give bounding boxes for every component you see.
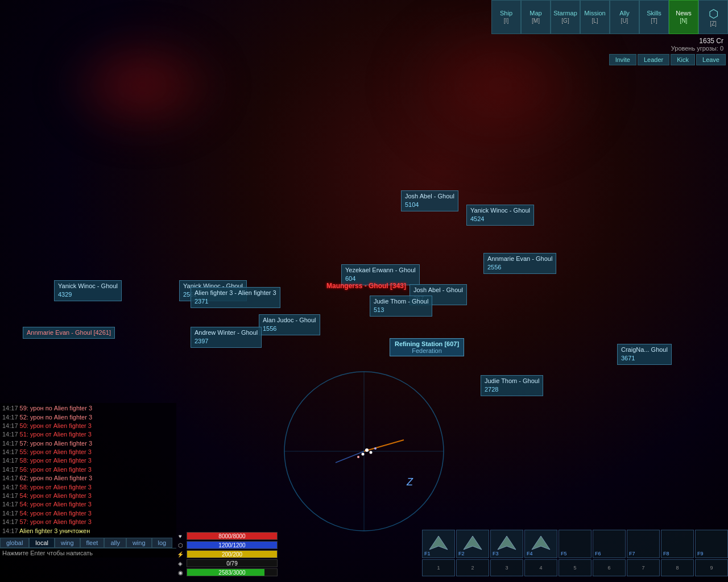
chat-tab-fleet-3[interactable]: fleet — [80, 538, 105, 548]
ship-slot-num-9[interactable]: 9 — [695, 559, 728, 576]
slot-num-label-3: 3 — [505, 565, 508, 571]
chat-time: 14:17 — [2, 448, 18, 455]
chat-line: 14:17 51: урон от Alien fighter 3 — [2, 430, 174, 439]
chat-line: 14:17 Alien fighter 3 уничтожен — [2, 527, 174, 535]
nav-btn-map[interactable]: Map[M] — [521, 0, 551, 34]
chat-text: Alien fighter 3 уничтожен — [19, 527, 90, 534]
ally-btn-kick[interactable]: Kick — [671, 54, 695, 65]
entity-label-judie-thom-2: Judie Thom - Ghoul2728 — [481, 375, 543, 396]
chat-tabs: globallocalwingfleetallywinglog — [0, 538, 172, 548]
threat-display: Уровень угрозы: 0 — [671, 45, 728, 52]
ship-slot-F7[interactable]: F7 — [627, 530, 660, 558]
chat-tab-log-6[interactable]: log — [152, 538, 173, 548]
bar-container-2: 200/200 — [187, 550, 278, 558]
chat-text: 50: урон от Alien fighter 3 — [20, 422, 92, 429]
bar-container-0: 8000/8000 — [187, 532, 278, 540]
ship-slot-F4[interactable]: F4 — [524, 530, 557, 558]
entity-label-alien-fighter-3: Alien fighter 3 - Alien fighter 32371 — [191, 287, 280, 308]
nav-btn-[interactable]: ⬡[Z] — [698, 0, 728, 34]
entity-label-annmarie-evan-2: Annmarie Evan - Ghoul [4261] — [23, 327, 115, 339]
chat-time: 14:17 — [2, 501, 18, 508]
ship-slot-F8[interactable]: F8 — [661, 530, 694, 558]
chat-tab-local-1[interactable]: local — [29, 538, 55, 548]
entity-name: Andrew Winter - Ghoul — [195, 329, 258, 337]
ship-slot-num-7[interactable]: 7 — [627, 559, 660, 576]
chat-time: 14:17 — [2, 414, 18, 421]
ship-slot-F1[interactable]: F1 — [422, 530, 455, 558]
bar-icon-0: ♥ — [176, 532, 184, 540]
ship-slot-F2[interactable]: F2 — [456, 530, 489, 558]
chat-line: 14:17 58: урон от Alien fighter 3 — [2, 456, 174, 465]
chat-tab-wing-5[interactable]: wing — [126, 538, 152, 548]
ship-slot-num-8[interactable]: 8 — [661, 559, 694, 576]
bar-container-3: 0/79 — [187, 559, 278, 567]
ship-slot-F5[interactable]: F5 — [559, 530, 592, 558]
chat-input-hint[interactable]: Нажмите Enter чтобы написать — [2, 550, 93, 556]
chat-line: 14:17 55: урон от Alien fighter 3 — [2, 448, 174, 456]
ship-slot-num-2[interactable]: 2 — [456, 559, 489, 576]
slot-key-label-F6: F6 — [595, 551, 601, 556]
chat-text: 57: урон по Alien fighter 3 — [20, 440, 92, 447]
ship-slot-num-5[interactable]: 5 — [559, 559, 592, 576]
nav-btn-ship[interactable]: Ship[I] — [491, 0, 521, 34]
entity-name: Annmarie Evan - Ghoul [4261] — [27, 329, 111, 337]
bar-icon-3: ◈ — [176, 559, 184, 567]
nav-btn-starmap[interactable]: Starmap[G] — [551, 0, 580, 34]
chat-line: 14:17 62: урон по Alien fighter 3 — [2, 474, 174, 483]
bar-icon-4: ◉ — [176, 568, 184, 576]
nav-btn-news[interactable]: News[N] — [669, 0, 698, 34]
ship-slot-F3[interactable]: F3 — [490, 530, 523, 558]
chat-line: 14:17 54: урон от Alien fighter 3 — [2, 492, 174, 500]
bar-icon-1: ⬡ — [176, 541, 184, 549]
chat-tab-ally-4[interactable]: ally — [104, 538, 126, 548]
chat-time: 14:17 — [2, 422, 18, 429]
svg-point-7 — [362, 453, 365, 456]
nav-btn-mission[interactable]: Mission[L] — [580, 0, 610, 34]
entity-hp: 2728 — [485, 385, 539, 394]
entity-name: Judie Thom - Ghoul — [374, 297, 428, 306]
chat-tab-wing-2[interactable]: wing — [55, 538, 80, 548]
entity-name: Annmarie Evan - Ghoul — [487, 255, 552, 263]
ship-slot-F9[interactable]: F9 — [695, 530, 728, 558]
status-bar-row-1: ⬡1200/1200 — [176, 541, 278, 549]
nav-buttons: Ship[I]Map[M]Starmap[G]Mission[L]Ally[U]… — [491, 0, 728, 34]
chat-input-bar[interactable]: Нажмите Enter чтобы написать — [0, 548, 176, 558]
entity-hp: 513 — [374, 306, 428, 314]
bar-text-0: 8000/8000 — [187, 533, 277, 541]
ship-slot-num-1[interactable]: 1 — [422, 559, 455, 576]
entity-name: Alien fighter 3 - Alien fighter 3 — [195, 289, 276, 297]
chat-text: 58: урон от Alien fighter 3 — [20, 457, 92, 464]
nav-btn-ally[interactable]: Ally[U] — [610, 0, 639, 34]
entity-name: Yanick Winoc - Ghoul — [470, 206, 530, 215]
svg-text:Z: Z — [406, 476, 413, 488]
chat-time: 14:17 — [2, 484, 18, 490]
ally-btn-leader[interactable]: Leader — [638, 54, 669, 65]
slot-key-label-F9: F9 — [697, 551, 704, 556]
svg-marker-13 — [464, 536, 482, 550]
ship-slot-num-4[interactable]: 4 — [524, 559, 557, 576]
entity-hp: 2371 — [195, 297, 276, 306]
chat-line: 14:17 56: урон от Alien fighter 3 — [2, 465, 174, 474]
entity-name: Alan Judoc - Ghoul — [263, 316, 316, 325]
entity-label-judie-thom-1: Judie Thom - Ghoul513 — [370, 296, 432, 317]
station-faction: Federation — [395, 347, 459, 354]
ally-btn-invite[interactable]: Invite — [609, 54, 636, 65]
entity-label-yanick-winoc-1: Yanick Winoc - Ghoul4524 — [466, 205, 534, 226]
chat-tab-global-0[interactable]: global — [0, 538, 29, 548]
ally-btn-leave[interactable]: Leave — [696, 54, 726, 65]
ally-action-buttons: InviteLeaderKickLeave — [609, 54, 728, 65]
entity-hp: 5104 — [405, 201, 454, 209]
bar-text-2: 200/200 — [187, 551, 277, 559]
chat-line: 14:17 59: урон по Alien fighter 3 — [2, 404, 174, 413]
ship-slot-row-bottom: 123456789 — [422, 559, 728, 576]
chat-text: 59: урон по Alien fighter 3 — [20, 405, 92, 411]
bar-container-4: 2583/3000 — [187, 568, 278, 576]
slot-key-label-F3: F3 — [493, 551, 499, 556]
svg-marker-17 — [532, 536, 550, 550]
slot-num-label-4: 4 — [539, 565, 542, 571]
nav-btn-skills[interactable]: Skills[T] — [639, 0, 669, 34]
ship-slot-num-3[interactable]: 3 — [490, 559, 523, 576]
entity-label-alan-judoc: Alan Judoc - Ghoul1556 — [259, 314, 320, 335]
ship-slot-F6[interactable]: F6 — [593, 530, 626, 558]
ship-slot-num-6[interactable]: 6 — [593, 559, 626, 576]
